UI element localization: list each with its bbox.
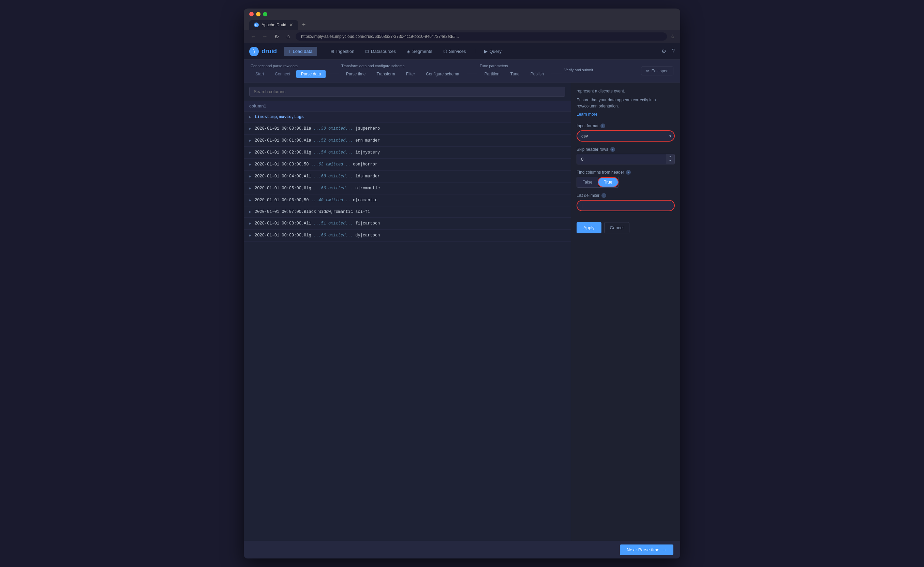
table-row[interactable]: ▶ 2020-01-01 00:07:00,Black Widow,romant… [244, 206, 571, 218]
skip-header-rows-info-icon[interactable]: i [610, 147, 615, 152]
row-expand-icon[interactable]: ▶ [249, 150, 251, 155]
forward-button[interactable]: → [261, 33, 269, 39]
nav-item-segments[interactable]: ◈ Segments [402, 47, 437, 56]
row-content: 2020-01-01 00:09:00,Hig ...66 omitted...… [255, 233, 557, 238]
step-connect-button[interactable]: Connect [270, 70, 295, 78]
close-button[interactable] [249, 12, 254, 17]
load-data-button[interactable]: ↑ Load data [284, 47, 317, 56]
step-publish-button[interactable]: Publish [526, 70, 549, 78]
step-configure-schema-button[interactable]: Configure schema [421, 70, 464, 78]
list-delimiter-info-icon[interactable]: i [602, 193, 606, 198]
skip-header-rows-label: Skip header rows i [576, 147, 675, 152]
ingestion-icon: ⊞ [330, 49, 334, 54]
edit-spec-button[interactable]: ✏ Edit spec [641, 66, 674, 75]
panel-description-2: Ensure that your data appears correctly … [576, 97, 675, 109]
bookmark-icon[interactable]: ☆ [670, 33, 675, 39]
row-content: 2020-01-01 00:04:00,Ali ...68 omitted...… [255, 174, 557, 179]
list-delimiter-input[interactable] [576, 200, 675, 211]
back-button[interactable]: ← [249, 33, 257, 39]
spinner-down-button[interactable]: ▼ [666, 159, 674, 163]
step-start-button[interactable]: Start [250, 70, 268, 78]
druid-logo-icon: ) [249, 47, 259, 56]
find-columns-info-icon[interactable]: i [626, 170, 631, 174]
table-row[interactable]: ▶ 2020-01-01 00:01:00,Ala ...52 omitted.… [244, 135, 571, 147]
nav-label-services: Services [449, 49, 466, 54]
row-expand-icon[interactable]: ▶ [249, 115, 251, 119]
step-group-label-connect: Connect and parse raw data [250, 64, 326, 68]
row-expand-icon[interactable]: ▶ [249, 174, 251, 178]
nav-item-datasources[interactable]: ⊡ Datasources [360, 47, 400, 56]
input-format-info-icon[interactable]: i [600, 123, 605, 128]
next-button[interactable]: Next: Parse time → [620, 544, 674, 555]
table-row[interactable]: ▶ 2020-01-01 00:06:00,50 ...40 omitted..… [244, 194, 571, 206]
table-row[interactable]: ▶ timestamp,movie,tags [244, 111, 571, 123]
row-expand-icon[interactable]: ▶ [249, 198, 251, 202]
header-right: ⚙ ? [662, 48, 675, 54]
step-parse-time-button[interactable]: Parse time [341, 70, 370, 78]
skip-header-rows-input[interactable]: 0 [577, 154, 666, 164]
step-partition-button[interactable]: Partition [480, 70, 504, 78]
row-expand-icon[interactable]: ▶ [249, 210, 251, 214]
table-row[interactable]: ▶ 2020-01-01 00:04:00,Ali ...68 omitted.… [244, 171, 571, 182]
table-row[interactable]: ▶ 2020-01-01 00:08:00,Ali ...51 omitted.… [244, 218, 571, 230]
step-group-transform: Transform data and configure schema Pars… [341, 64, 464, 78]
new-tab-button[interactable]: + [299, 20, 309, 30]
nav-item-ingestion[interactable]: ⊞ Ingestion [326, 47, 359, 56]
table-row[interactable]: ▶ 2020-01-01 00:02:00,Hig ...54 omitted.… [244, 147, 571, 159]
next-arrow-icon: → [662, 547, 667, 552]
settings-icon[interactable]: ⚙ [662, 48, 666, 54]
browser-tab[interactable]: D Apache Druid ✕ [249, 20, 298, 30]
row-content: 2020-01-01 00:05:00,Hig ...66 omitted...… [255, 186, 557, 191]
row-expand-icon[interactable]: ▶ [249, 233, 251, 238]
minimize-button[interactable] [256, 12, 261, 17]
find-columns-group: Find columns from header i False True [576, 170, 675, 188]
row-expand-icon[interactable]: ▶ [249, 162, 251, 167]
table-row[interactable]: ▶ 2020-01-01 00:00:00,Bla ...38 omitted.… [244, 123, 571, 135]
step-buttons-connect: Start Connect Parse data [250, 70, 326, 78]
load-data-label: Load data [293, 49, 313, 54]
druid-logo: ) druid [249, 47, 277, 56]
step-buttons-transform: Parse time Transform Filter Configure sc… [341, 70, 464, 78]
refresh-button[interactable]: ↻ [272, 33, 280, 40]
row-expand-icon[interactable]: ▶ [249, 126, 251, 131]
maximize-button[interactable] [263, 12, 267, 17]
panel-description-1: represent a discrete event. [576, 88, 675, 94]
nav-label-ingestion: Ingestion [336, 49, 354, 54]
nav-item-query[interactable]: ▶ Query [479, 47, 506, 56]
table-row[interactable]: ▶ 2020-01-01 00:03:00,50 ...63 omitted..… [244, 159, 571, 171]
false-toggle-button[interactable]: False [577, 177, 598, 187]
footer: Next: Parse time → [244, 541, 680, 558]
right-panel: represent a discrete event. Ensure that … [571, 83, 680, 541]
traffic-lights [249, 12, 675, 20]
true-toggle-button[interactable]: True [598, 177, 618, 187]
row-expand-icon[interactable]: ▶ [249, 221, 251, 226]
nav-item-services[interactable]: ⬡ Services [438, 47, 471, 56]
home-button[interactable]: ⌂ [284, 33, 292, 39]
search-columns-input[interactable] [249, 87, 565, 96]
step-parse-data-button[interactable]: Parse data [296, 70, 326, 78]
spinner-up-button[interactable]: ▲ [666, 154, 674, 159]
learn-more-link[interactable]: Learn more [576, 112, 675, 117]
cancel-button[interactable]: Cancel [604, 222, 629, 233]
input-format-select[interactable]: csv json tsv orc parquet [576, 130, 675, 141]
help-icon[interactable]: ? [672, 48, 675, 54]
tab-bar: D Apache Druid ✕ + [249, 20, 675, 30]
search-bar-container [244, 83, 571, 101]
input-format-label: Input format i [576, 123, 675, 128]
step-buttons-tune: Partition Tune Publish [480, 70, 549, 78]
tab-close-icon[interactable]: ✕ [289, 23, 293, 27]
nav-label-query: Query [490, 49, 501, 54]
table-row[interactable]: ▶ 2020-01-01 00:09:00,Hig ...66 omitted.… [244, 230, 571, 242]
step-tune-button[interactable]: Tune [506, 70, 524, 78]
address-input[interactable] [296, 32, 667, 41]
step-filter-button[interactable]: Filter [401, 70, 420, 78]
step-group-verify: Verify and submit [564, 68, 593, 74]
column-header: column1 [244, 101, 571, 111]
row-expand-icon[interactable]: ▶ [249, 138, 251, 143]
row-content: 2020-01-01 00:01:00,Ala ...52 omitted...… [255, 138, 557, 143]
row-expand-icon[interactable]: ▶ [249, 186, 251, 190]
apply-button[interactable]: Apply [576, 222, 602, 233]
table-row[interactable]: ▶ 2020-01-01 00:05:00,Hig ...66 omitted.… [244, 182, 571, 194]
step-transform-button[interactable]: Transform [372, 70, 400, 78]
step-group-label-transform: Transform data and configure schema [341, 64, 464, 68]
